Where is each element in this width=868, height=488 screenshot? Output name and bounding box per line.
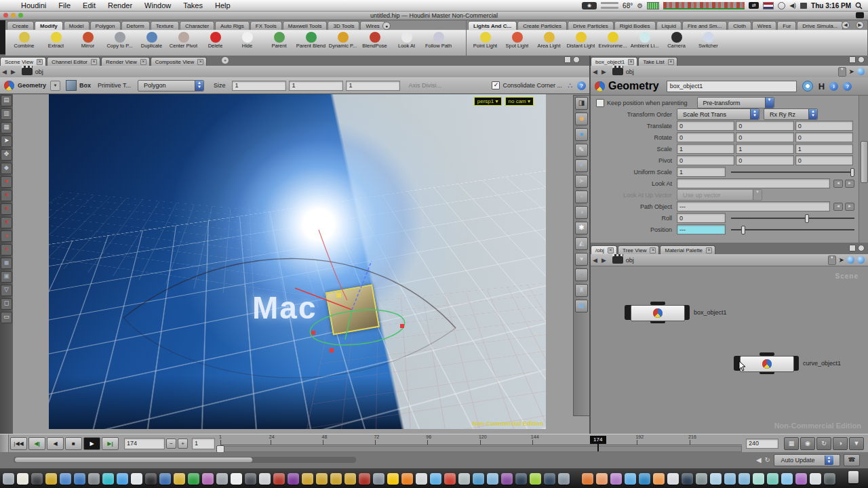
op-chooser-icon[interactable]: ◄ <box>833 203 843 211</box>
shelf-tool[interactable]: Distant Light <box>565 32 597 49</box>
shelf-tool[interactable]: BlendPose <box>359 32 391 49</box>
shelf-tab-menu-button[interactable]: ● <box>382 22 391 30</box>
parm-x-field[interactable]: 1 <box>677 144 734 154</box>
dock-app-icon[interactable] <box>17 473 28 485</box>
playback-button[interactable]: ■ <box>65 437 82 450</box>
shelf-tab[interactable]: Character <box>180 21 214 30</box>
tool-icon[interactable]: ▥ <box>1 108 12 120</box>
node-curve-object1[interactable]: curve_object1 <box>734 354 841 372</box>
pane-tab[interactable]: Take List <box>638 57 677 66</box>
dock-app-icon[interactable] <box>767 473 778 485</box>
dock-app-icon[interactable] <box>145 473 157 485</box>
dock-app-icon[interactable] <box>625 473 636 485</box>
dock-app-icon[interactable] <box>344 473 356 485</box>
menu-item[interactable]: Help <box>209 1 237 9</box>
input-language-flag-icon[interactable] <box>763 2 774 9</box>
new-pane-tab-button[interactable]: + <box>221 56 229 64</box>
tool-icon[interactable]: ▣ <box>1 271 12 283</box>
pane-divider[interactable] <box>589 54 591 434</box>
scroll-thumb[interactable] <box>15 458 252 462</box>
dock-app-icon[interactable] <box>316 473 328 485</box>
select-node-icon[interactable] <box>802 81 813 92</box>
network-type-icon[interactable] <box>612 256 623 264</box>
window-titlebar[interactable]: untitled.hip — Houdini Master Non-Commer… <box>0 11 868 20</box>
parm-y-field[interactable]: 0 <box>736 155 793 165</box>
shelf-tab[interactable]: Rigid Bodies <box>614 21 656 30</box>
calendar-icon[interactable] <box>800 3 807 9</box>
timeline-option-icon[interactable]: ▼ <box>849 437 864 450</box>
shelf-tool[interactable]: Mirror <box>72 32 104 49</box>
dock-app-icon[interactable] <box>596 473 608 485</box>
parm-z-field[interactable]: 0 <box>795 132 853 142</box>
shelf-tool[interactable]: Parent <box>263 32 295 49</box>
viewport-camera-menu[interactable]: persp1 ▾ <box>474 97 502 106</box>
parm-x-field[interactable]: 0 <box>677 121 734 131</box>
points-display-icon[interactable]: ∴ <box>568 81 572 90</box>
toolbar-help-icon[interactable]: ? <box>577 81 586 90</box>
dock-app-icon[interactable] <box>188 473 199 485</box>
shelf-tool[interactable]: Camera <box>660 32 692 49</box>
dock-app-icon[interactable] <box>259 473 271 485</box>
dock-app-icon[interactable] <box>174 473 185 485</box>
tool-icon[interactable]: ▦ <box>575 300 588 312</box>
shelf-tool[interactable]: Duplicate <box>136 32 167 49</box>
timeline-option-icon[interactable]: ◑ <box>833 437 848 450</box>
tool-icon[interactable]: ◻ <box>1 298 12 310</box>
tool-icon[interactable]: ▾ <box>575 253 588 266</box>
shelf-tab[interactable]: Polygon <box>90 21 121 30</box>
look-at-field[interactable] <box>677 178 830 188</box>
timeline-option-icon[interactable]: ◉ <box>800 437 815 450</box>
dock-app-icon[interactable] <box>487 473 498 485</box>
path-object-field[interactable]: --- <box>677 201 830 211</box>
menu-item[interactable]: Takes <box>177 1 209 9</box>
tool-icon[interactable]: ▭ <box>1 312 12 323</box>
dock-app-icon[interactable] <box>582 473 593 485</box>
dock-app-icon[interactable] <box>245 473 256 485</box>
current-frame-field[interactable]: 174 <box>124 438 165 449</box>
param-path[interactable]: obj <box>626 68 634 75</box>
path-forward-icon[interactable]: ▶ <box>601 257 606 264</box>
tool-icon[interactable]: ◭ <box>575 237 588 250</box>
tool-icon[interactable]: ◦ <box>575 190 588 203</box>
tool-icon[interactable]: ◆ <box>1 163 12 174</box>
shelf-tab[interactable]: Fur <box>777 21 796 30</box>
cpu-history-graph-icon[interactable] <box>663 2 745 9</box>
timeline-grip[interactable] <box>0 434 9 452</box>
tool-icon[interactable]: ✎ <box>575 144 588 157</box>
parm-z-field[interactable]: 0 <box>795 155 853 165</box>
pane-tab[interactable]: Tree View <box>618 245 660 254</box>
dock-app-icon[interactable] <box>387 473 399 485</box>
houdini-handle-icon[interactable]: H <box>818 81 825 92</box>
pane-tab[interactable]: Composite View <box>151 57 208 66</box>
shelf-tab[interactable]: Fire and Sm... <box>682 21 727 30</box>
tool-icon[interactable]: ➤ <box>1 136 12 147</box>
tool-icon[interactable]: ● <box>1 203 12 215</box>
path-back-icon[interactable]: ◀ <box>593 68 597 75</box>
scene-path[interactable]: obj <box>35 68 43 75</box>
uniform-scale-slider[interactable] <box>731 167 854 176</box>
shelf-tab[interactable]: Create <box>7 21 34 30</box>
frame-playbar[interactable] <box>220 446 742 452</box>
volume-icon[interactable]: ◀) <box>789 2 796 9</box>
uniform-scale-field[interactable]: 1 <box>677 167 726 177</box>
shelf-tool[interactable]: Switcher <box>692 32 724 49</box>
parm-y-field[interactable]: 0 <box>736 132 793 142</box>
link-icon[interactable] <box>847 256 854 264</box>
dock-app-icon[interactable] <box>159 473 171 485</box>
playback-button[interactable]: ◀| <box>28 437 45 450</box>
rotate-order-select[interactable]: Rx Ry Rz ▲▼ <box>764 108 818 120</box>
dock-app-icon[interactable] <box>430 473 441 485</box>
undo-icon[interactable]: ◀ <box>756 456 762 464</box>
istat-icon[interactable]: ◉ <box>582 2 597 9</box>
bluetooth-icon[interactable] <box>778 2 785 9</box>
dock-app-icon[interactable] <box>330 473 342 485</box>
parm-z-field[interactable]: 1 <box>795 144 853 154</box>
shelf-tab[interactable]: Cloth <box>728 21 751 30</box>
zoom-network-icon[interactable] <box>857 256 865 264</box>
shelf-tab[interactable]: Maxwell Tools <box>283 21 328 30</box>
pane-menu-icon[interactable] <box>858 56 865 63</box>
dock-app-icon[interactable] <box>530 473 541 485</box>
scroll-thumb[interactable] <box>861 141 868 183</box>
pretransform-menu[interactable]: Pre-transform ▼ <box>697 97 774 108</box>
look-at-up-select[interactable]: Use up vector ▼ <box>677 189 762 201</box>
